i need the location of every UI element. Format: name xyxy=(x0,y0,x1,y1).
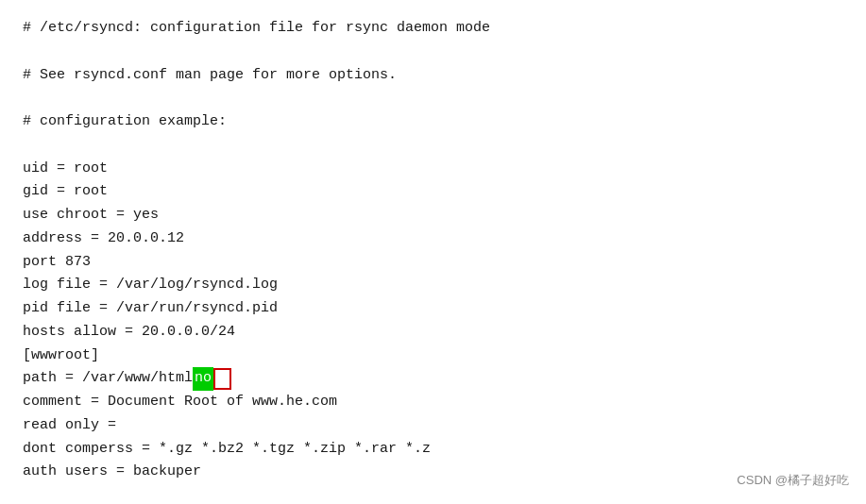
code-line-13: path = /var/www/html no xyxy=(23,367,843,391)
code-text-9: log file = /var/log/rsyncd.log xyxy=(23,274,278,297)
code-text-11: hosts allow = 20.0.0.0/24 xyxy=(23,321,235,344)
code-line-5: gid = root xyxy=(23,180,843,204)
code-line-14: comment = Document Root of www.he.com xyxy=(23,391,843,414)
code-line-9: log file = /var/log/rsyncd.log xyxy=(23,274,843,297)
code-text-15: read only = xyxy=(23,414,125,438)
code-line-12: [wwwroot] xyxy=(23,344,843,368)
code-text-2: # See rsyncd.conf man page for more opti… xyxy=(23,64,397,88)
code-text-3: # configuration example: xyxy=(23,110,227,134)
code-line-10: pid file = /var/run/rsyncd.pid xyxy=(23,297,843,321)
code-text-13: path = /var/www/html xyxy=(23,367,193,391)
options-text: options xyxy=(329,67,388,83)
code-line-empty1 xyxy=(23,41,843,64)
code-text-5: gid = root xyxy=(23,180,108,204)
code-line-2: # See rsyncd.conf man page for more opti… xyxy=(23,64,843,88)
code-line-7: address = 20.0.0.12 xyxy=(23,227,843,251)
code-text-17: auth users = backuper xyxy=(23,461,201,484)
code-text-1: # /etc/rsyncd: configuration file for rs… xyxy=(23,17,490,41)
code-text-16: dont comperss = *.gz *.bz2 *.tgz *.zip *… xyxy=(23,438,431,462)
code-line-17: auth users = backuper xyxy=(23,461,843,484)
code-line-empty2 xyxy=(23,87,843,110)
code-line-15: read only = xyxy=(23,414,843,438)
code-line-4: uid = root xyxy=(23,158,843,181)
code-line-3: # configuration example: xyxy=(23,110,843,134)
code-container: # /etc/rsyncd: configuration file for rs… xyxy=(0,0,866,501)
code-text-14: comment = Document Root of www.he.com xyxy=(23,391,337,414)
code-text-8: port 873 xyxy=(23,251,91,275)
code-text-12: [wwwroot] xyxy=(23,344,99,368)
code-line-11: hosts allow = 20.0.0.0/24 xyxy=(23,321,843,344)
code-line-1: # /etc/rsyncd: configuration file for rs… xyxy=(23,17,843,41)
highlight-box xyxy=(213,368,231,391)
code-line-empty3 xyxy=(23,134,843,158)
code-text-6: use chroot = yes xyxy=(23,204,159,227)
code-line-16: dont comperss = *.gz *.bz2 *.tgz *.zip *… xyxy=(23,438,843,462)
code-text-10: pid file = /var/run/rsyncd.pid xyxy=(23,297,278,321)
watermark: CSDN @橘子超好吃 xyxy=(737,470,849,490)
code-text-4: uid = root xyxy=(23,158,108,181)
code-text-7: address = 20.0.0.12 xyxy=(23,227,184,251)
code-line-6: use chroot = yes xyxy=(23,204,843,227)
code-line-8: port 873 xyxy=(23,251,843,275)
highlight-no: no xyxy=(193,367,213,391)
